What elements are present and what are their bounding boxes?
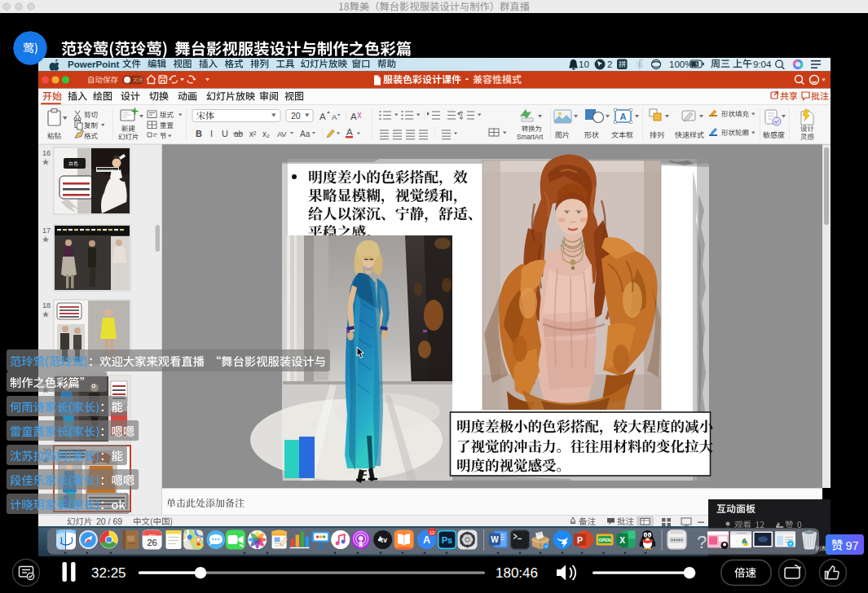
svg-text:B: B (196, 129, 202, 138)
svg-text:A: A (346, 127, 353, 137)
svg-text:OPEN: OPEN (598, 538, 611, 542)
svg-text:180:46: 180:46 (496, 565, 538, 581)
svg-text:17: 17 (42, 226, 51, 235)
svg-text:U: U (222, 129, 228, 138)
svg-text:Aa: Aa (300, 130, 311, 138)
svg-text:Ps: Ps (442, 535, 452, 545)
svg-text:周六: 周六 (149, 534, 156, 538)
svg-text:A: A (423, 534, 430, 546)
svg-text:10: 10 (579, 59, 589, 69)
svg-text:100%: 100% (669, 59, 693, 69)
svg-text:x₂: x₂ (262, 130, 270, 138)
svg-text:X: X (619, 536, 625, 545)
svg-text:20 / 69: 20 / 69 (96, 516, 122, 526)
svg-text:A: A (319, 112, 326, 121)
svg-text:9:04: 9:04 (753, 59, 772, 69)
svg-text:ab: ab (234, 130, 244, 138)
svg-text:A: A (350, 112, 357, 121)
svg-text:PowerPoint: PowerPoint (68, 59, 119, 69)
svg-text:P: P (577, 535, 583, 545)
svg-text:-: - (465, 73, 469, 85)
svg-text:18: 18 (42, 301, 51, 310)
svg-text:?: ? (697, 532, 707, 552)
svg-text:16: 16 (42, 149, 51, 157)
svg-text:32:25: 32:25 (91, 565, 126, 581)
svg-text:97: 97 (846, 539, 859, 552)
svg-text:AV: AV (277, 130, 287, 138)
svg-text:A: A (332, 112, 337, 121)
svg-text:SmartArt: SmartArt (517, 134, 544, 141)
svg-text:2: 2 (607, 59, 612, 69)
svg-text:x²: x² (249, 130, 257, 138)
svg-text:20: 20 (291, 111, 301, 121)
svg-text:W: W (491, 535, 499, 544)
svg-text:A: A (620, 112, 627, 121)
svg-text:tv: tv (381, 536, 387, 544)
svg-text:I: I (210, 129, 213, 138)
svg-text:26: 26 (147, 538, 156, 547)
svg-text:12: 12 (430, 530, 435, 535)
